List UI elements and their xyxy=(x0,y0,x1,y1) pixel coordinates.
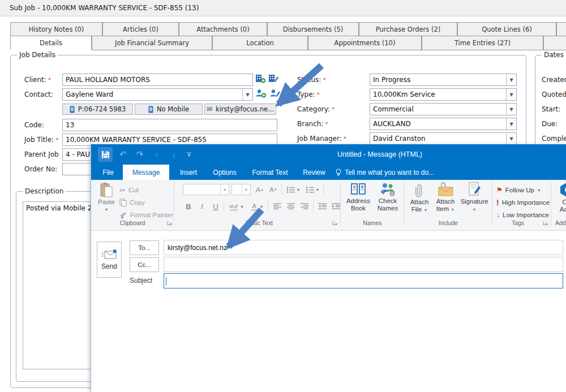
job-manager-select[interactable]: David Cranston▼ xyxy=(370,132,517,145)
underline-icon[interactable]: U xyxy=(210,201,221,212)
tab-purchase-orders[interactable]: Purchase Orders (2) xyxy=(359,22,457,36)
chevron-down-icon[interactable]: ▼ xyxy=(506,89,516,100)
cc-button[interactable]: Cc... xyxy=(130,257,159,272)
align-left-icon[interactable] xyxy=(271,201,284,212)
tab-review[interactable]: Review xyxy=(298,165,330,180)
save-icon[interactable] xyxy=(98,147,113,162)
tab-job-financial-summary[interactable]: Job Financial Summary xyxy=(92,36,212,50)
copy-icon xyxy=(119,199,127,206)
message-body[interactable] xyxy=(91,292,566,392)
client-input[interactable]: PAUL HOLLAND MOTORS xyxy=(62,74,253,86)
edit-contact-icon[interactable] xyxy=(269,88,281,98)
chevron-down-icon[interactable]: ▼ xyxy=(506,74,516,85)
tab-options[interactable]: Options xyxy=(208,165,242,180)
font-size-select[interactable]: ▼ xyxy=(231,184,251,195)
tab-disbursements[interactable]: Disbursements (5) xyxy=(267,22,359,36)
attach-item-icon xyxy=(437,182,454,197)
tab-quote-lines[interactable]: Quote Lines (6) xyxy=(457,22,556,36)
copy-button[interactable]: Copy xyxy=(119,197,145,208)
chevron-down-icon[interactable]: ▼ xyxy=(242,89,252,100)
grow-font-icon[interactable]: A▲ xyxy=(254,184,265,195)
required-marker: * xyxy=(317,91,320,98)
edit-client-icon[interactable] xyxy=(268,74,279,84)
text-highlight-icon[interactable]: ab▼ xyxy=(227,201,246,212)
tab-message[interactable]: Message xyxy=(123,165,169,180)
type-select[interactable]: 10,000Km Service▼ xyxy=(370,88,517,101)
attach-item-button[interactable]: Attach Item ▼ xyxy=(433,182,458,218)
tab-attachments[interactable]: Attachments (0) xyxy=(179,22,267,36)
tab-details[interactable]: Details xyxy=(10,36,92,50)
tab-insert[interactable]: Insert xyxy=(174,165,203,180)
align-center-icon[interactable] xyxy=(285,201,297,212)
category-select[interactable]: Commercial▼ xyxy=(370,103,517,115)
signature-button[interactable]: Signature▼ xyxy=(459,182,490,218)
tab-partial-row2[interactable] xyxy=(543,36,566,50)
contact-select[interactable]: Gaylene Ward ▼ xyxy=(62,88,253,101)
basic-text-dialog-launcher-icon[interactable] xyxy=(332,220,338,226)
email-button[interactable]: ✉ kirsty@focus.ne... xyxy=(204,104,276,115)
attach-file-button[interactable]: Attach File ▼ xyxy=(407,182,432,218)
undo-icon[interactable]: ↶ xyxy=(116,147,130,162)
subject-field[interactable] xyxy=(164,273,563,288)
down-arrow-icon[interactable]: ↓ xyxy=(167,147,181,162)
text-cursor xyxy=(166,277,166,286)
decrease-indent-icon[interactable] xyxy=(316,201,329,212)
contact-label: Contact: xyxy=(24,91,53,98)
include-group-label: Include xyxy=(407,219,490,226)
names-group-label: Names xyxy=(344,219,401,226)
low-importance-button[interactable]: ↓ Low Importance xyxy=(496,209,549,221)
status-select[interactable]: In Progress▼ xyxy=(370,74,517,86)
tab-partial-row1[interactable] xyxy=(556,22,566,36)
cc-field[interactable] xyxy=(164,257,563,272)
font-name-select[interactable]: ▼ xyxy=(183,184,229,195)
tab-location[interactable]: Location xyxy=(212,36,308,50)
chevron-down-icon[interactable]: ▼ xyxy=(220,184,229,195)
italic-icon[interactable]: I xyxy=(196,201,208,212)
tab-file[interactable]: File xyxy=(96,165,121,180)
mobile-button[interactable]: No Mobile xyxy=(135,104,203,115)
office-addins-button[interactable]: OffAdd- xyxy=(555,182,566,218)
paste-button[interactable]: Paste ▼ xyxy=(96,182,117,218)
add-contact-icon[interactable] xyxy=(255,88,267,98)
flag-icon: ⚑ xyxy=(496,186,503,194)
clipboard-dialog-launcher-icon[interactable] xyxy=(167,220,173,226)
numbering-icon[interactable]: ▼ xyxy=(304,184,321,195)
send-button[interactable]: Send xyxy=(97,242,122,278)
high-importance-button[interactable]: ! High Importance xyxy=(496,197,550,208)
branch-select[interactable]: AUCKLAND▼ xyxy=(370,118,517,130)
tell-me-box[interactable]: Tell me what you want to do... xyxy=(345,165,458,180)
font-color-icon[interactable]: A▼ xyxy=(248,201,265,212)
chevron-down-icon[interactable]: ▼ xyxy=(506,104,516,115)
chevron-down-icon[interactable]: ▼ xyxy=(242,184,250,195)
tab-articles[interactable]: Articles (0) xyxy=(102,22,179,36)
to-field[interactable]: kirsty@focus.net.nz xyxy=(164,240,563,255)
tags-dialog-launcher-icon[interactable] xyxy=(543,220,548,226)
bullets-icon[interactable]: ▼ xyxy=(285,184,302,195)
customize-qat-icon[interactable]: ▼ xyxy=(183,147,195,162)
chevron-down-icon[interactable]: ▼ xyxy=(506,118,516,130)
check-names-button[interactable]: @ Check Names xyxy=(374,182,401,218)
ribbon: Paste ▼ ✂ Cut Copy Format Painter Clipbo… xyxy=(91,180,566,231)
to-button[interactable]: To... xyxy=(130,240,159,255)
bold-icon[interactable]: B xyxy=(183,201,194,212)
tab-label: Attachments (0) xyxy=(196,25,249,33)
follow-up-button[interactable]: ⚑ Follow Up▼ xyxy=(496,184,541,196)
tab-appointments[interactable]: Appointments (10) xyxy=(308,36,422,50)
address-book-button[interactable]: Address Book xyxy=(344,182,373,218)
add-client-icon[interactable] xyxy=(255,74,266,84)
job-details-legend: Job Details xyxy=(17,51,58,59)
subject-label: Subject xyxy=(130,277,152,285)
code-input[interactable]: 13 xyxy=(62,119,277,131)
format-painter-button[interactable]: Format Painter xyxy=(119,209,173,221)
shrink-font-icon[interactable]: A▼ xyxy=(268,184,279,195)
chevron-down-icon[interactable]: ▼ xyxy=(506,133,516,144)
up-arrow-icon[interactable]: ↑ xyxy=(150,147,164,162)
align-right-icon[interactable] xyxy=(298,201,311,212)
window-title: Sub Job - 10,000KM WARRANTY SERVICE - SD… xyxy=(10,4,199,12)
tab-history-notes[interactable]: History Notes (0) xyxy=(10,22,102,36)
tab-format-text[interactable]: Format Text xyxy=(246,165,294,180)
tab-time-entries[interactable]: Time Entries (27) xyxy=(422,36,543,50)
cut-button[interactable]: ✂ Cut xyxy=(119,184,139,196)
phone-button[interactable]: P:06-724 5983 xyxy=(62,104,133,115)
redo-icon[interactable]: ↷ xyxy=(133,147,147,162)
